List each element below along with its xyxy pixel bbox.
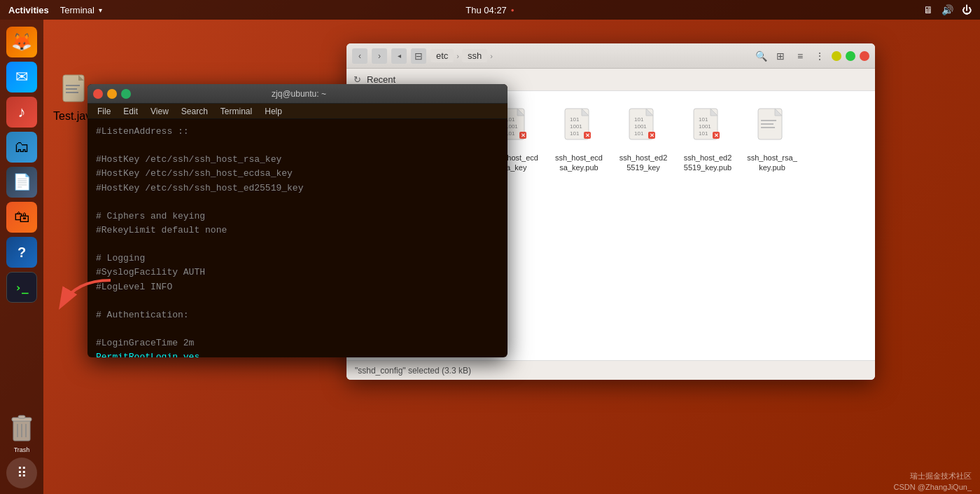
term-line-17: PermitRootLogin yes	[96, 350, 499, 357]
trash-label: Trash	[14, 446, 30, 453]
fm-search-button[interactable]: 🔍	[753, 48, 769, 64]
fm-view-grid-button[interactable]: ⊞	[773, 48, 788, 64]
fm-minimize-button[interactable]	[832, 51, 841, 61]
fm-file-icon-ed25519-pub: 101 1001 101 ✕	[690, 107, 726, 149]
dock-item-apps[interactable]: ⠿	[6, 458, 37, 488]
topbar-dot: ●	[511, 7, 514, 13]
fm-view-list-button[interactable]: ≡	[792, 48, 808, 64]
fm-statusbar: "sshd_config" selected (3.3 kB)	[346, 360, 875, 380]
fm-breadcrumb-ssh[interactable]: ssh	[462, 49, 487, 62]
svg-text:101: 101	[699, 130, 708, 137]
topbar-right: 🖥 🔊 ⏻	[923, 4, 972, 15]
dock-item-firefox[interactable]: 🦊	[6, 27, 37, 57]
dock-item-software[interactable]: 🛍	[6, 202, 37, 233]
software-icon: 🛍	[14, 208, 29, 226]
fm-close-button[interactable]	[860, 51, 869, 61]
term-body[interactable]: #ListenAddress :: #HostKey /etc/ssh/ssh_…	[88, 119, 507, 357]
terminal-menu-arrow: ▾	[99, 6, 102, 14]
term-title: zjq@ubuntu: ~	[131, 89, 467, 99]
dock: 🦊 ✉ ♪ 🗂 📄 🛍	[0, 20, 43, 494]
term-maximize-button[interactable]	[121, 89, 131, 99]
term-line-11: #SyslogFacility AUTH	[96, 266, 499, 280]
fm-maximize-button[interactable]	[846, 51, 855, 61]
activities-button[interactable]: Activities	[8, 5, 49, 15]
term-line-2	[96, 139, 499, 153]
fm-refresh-icon[interactable]: ↻	[354, 74, 361, 85]
svg-text:1001: 1001	[634, 123, 647, 130]
svg-rect-8	[66, 85, 80, 86]
terminal-app-label: Terminal	[60, 5, 94, 15]
volume-icon[interactable]: 🔊	[941, 4, 953, 15]
term-menu-edit[interactable]: Edit	[118, 104, 144, 118]
term-line-5: #HostKey /etc/ssh/ssh_host_ed25519_key	[96, 181, 499, 195]
svg-rect-55	[761, 127, 775, 128]
fm-titlebar: ‹ › ◂ ⊟ etc › ssh › 🔍 ⊞ ≡ ⋮	[346, 43, 875, 69]
svg-text:101: 101	[699, 116, 708, 123]
term-menu-file[interactable]: File	[92, 104, 116, 118]
rhythmbox-icon: ♪	[18, 103, 26, 121]
dock-item-thunderbird[interactable]: ✉	[6, 62, 37, 92]
fm-back-button[interactable]: ‹	[352, 48, 368, 64]
svg-rect-9	[66, 88, 77, 90]
term-menu-help[interactable]: Help	[259, 104, 288, 118]
nautilus-icon: 🗂	[14, 138, 29, 156]
dock-item-nautilus[interactable]: 🗂	[6, 132, 37, 163]
topbar-datetime: Thu 04:27	[465, 5, 507, 15]
term-menu: File Edit View Search Terminal Help	[88, 104, 507, 119]
watermark: 瑞士掘金技术社区 CSDN @ZhangJiQun_	[894, 471, 972, 493]
fm-file-rsa-pub[interactable]: ssh_host_rsa_key.pub	[744, 102, 800, 177]
dock-item-documents[interactable]: 📄	[6, 167, 37, 198]
terminal-window: zjq@ubuntu: ~ File Edit View Search Term…	[88, 84, 507, 357]
fm-menu-button[interactable]: ⋮	[812, 48, 827, 64]
fm-file-label-rsa-pub: ssh_host_rsa_key.pub	[747, 153, 797, 173]
term-line-1: #ListenAddress ::	[96, 125, 499, 139]
term-menu-search[interactable]: Search	[176, 104, 214, 118]
term-minimize-button[interactable]	[107, 89, 117, 99]
svg-rect-2	[18, 416, 25, 418]
fm-file-ed25519-pub[interactable]: 101 1001 101 ✕ ssh_host_ed25519_key.pub	[680, 102, 736, 177]
power-icon[interactable]: ⏻	[962, 4, 972, 15]
firefox-icon: 🦊	[11, 32, 32, 52]
fm-location-toggle[interactable]: ⊟	[411, 48, 426, 64]
svg-rect-53	[761, 120, 776, 121]
fm-status-text: "sshd_config" selected (3.3 kB)	[355, 366, 471, 376]
desktop: Activities Terminal ▾ Thu 04:27 ● 🖥 🔊 ⏻ …	[0, 0, 980, 494]
term-line-14: # Authentication:	[96, 308, 499, 322]
svg-text:101: 101	[570, 130, 580, 137]
fm-breadcrumb-sep: ›	[456, 52, 459, 60]
svg-text:1001: 1001	[570, 123, 582, 130]
term-line-10: # Logging	[96, 252, 499, 266]
apps-grid-icon: ⠿	[17, 465, 27, 481]
bottombar: 瑞士掘金技术社区 CSDN @ZhangJiQun_	[43, 469, 980, 494]
term-line-13	[96, 294, 499, 308]
svg-text:✕: ✕	[521, 132, 526, 139]
fm-breadcrumb-etc[interactable]: etc	[430, 49, 454, 62]
svg-text:101: 101	[570, 116, 580, 123]
term-line-6	[96, 195, 499, 210]
svg-text:✕: ✕	[714, 132, 719, 139]
terminal-menu[interactable]: Terminal ▾	[60, 5, 102, 15]
network-icon[interactable]: 🖥	[923, 4, 933, 15]
fm-file-ed25519-key[interactable]: 101 1001 101 ✕ ssh_host_ed25519_key	[615, 102, 671, 177]
fm-prev-button[interactable]: ◂	[391, 48, 407, 64]
fm-toolbar-right: 🔍 ⊞ ≡ ⋮	[753, 48, 869, 64]
fm-file-icon-ed25519-key: 101 1001 101 ✕	[625, 107, 662, 149]
dock-item-help[interactable]: ?	[6, 237, 37, 268]
term-menu-view[interactable]: View	[145, 104, 174, 118]
dock-item-terminal[interactable]: ›_	[6, 272, 37, 303]
term-close-button[interactable]	[93, 89, 103, 99]
dock-item-rhythmbox[interactable]: ♪	[6, 97, 37, 128]
documents-icon: 📄	[13, 173, 31, 191]
fm-forward-button[interactable]: ›	[372, 48, 387, 64]
term-line-15	[96, 322, 499, 336]
term-line-12: #LogLevel INFO	[96, 280, 499, 294]
dock-item-trash[interactable]: Trash	[6, 414, 37, 453]
term-titlebar: zjq@ubuntu: ~	[88, 84, 507, 104]
term-menu-terminal[interactable]: Terminal	[215, 104, 258, 118]
svg-text:1001: 1001	[699, 123, 711, 130]
thunderbird-icon: ✉	[15, 68, 28, 86]
svg-rect-10	[66, 92, 78, 93]
fm-file-ecdsa-pub[interactable]: 101 1001 101 ✕ ssh_host_ecdsa_key.pub	[551, 102, 607, 177]
svg-text:✕: ✕	[585, 132, 590, 139]
fm-file-icon-rsa-pub	[754, 107, 790, 149]
